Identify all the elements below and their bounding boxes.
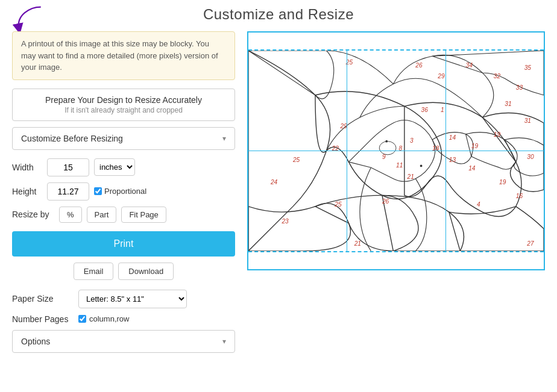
svg-text:27: 27: [526, 240, 534, 247]
left-panel: A printout of this image at this size ma…: [12, 31, 235, 353]
customize-dropdown[interactable]: Customize Before Resizing ▾: [12, 127, 235, 150]
svg-text:9: 9: [382, 154, 386, 160]
height-label: Height: [12, 187, 42, 196]
svg-text:19: 19: [499, 179, 506, 185]
svg-text:29: 29: [437, 73, 445, 79]
email-button[interactable]: Email: [74, 263, 114, 280]
svg-text:24: 24: [270, 179, 278, 185]
svg-text:21: 21: [354, 240, 361, 247]
main-image-area: 32 33 35 31 34 29 26 25 19 19 30 14 18 1…: [248, 51, 544, 251]
dashed-bottom-zone: [248, 251, 544, 269]
svg-text:35: 35: [524, 64, 532, 71]
svg-text:14: 14: [449, 134, 456, 141]
svg-point-38: [420, 165, 423, 167]
customize-dropdown-label: Customize Before Resizing: [21, 134, 123, 143]
svg-text:26: 26: [382, 198, 389, 205]
options-dropdown[interactable]: Options ▾: [12, 330, 235, 353]
proportional-label: Proportional: [94, 187, 146, 196]
svg-text:1: 1: [441, 107, 444, 113]
action-row: Email Download: [12, 263, 235, 280]
paper-size-label: Paper Size: [12, 294, 72, 303]
height-row: Height Proportional: [12, 182, 235, 201]
svg-text:32: 32: [494, 73, 501, 79]
width-input[interactable]: [47, 158, 89, 176]
svg-text:36: 36: [421, 107, 429, 113]
warning-text: A printout of this image at this size ma…: [21, 39, 218, 72]
resize-percent-button[interactable]: %: [59, 207, 82, 223]
number-pages-check: column,row: [78, 314, 129, 323]
page-title: Customize and Resize: [12, 6, 545, 23]
svg-text:19: 19: [471, 143, 479, 149]
svg-point-37: [385, 140, 388, 143]
main-layout: A printout of this image at this size ma…: [12, 31, 545, 353]
svg-text:13: 13: [449, 157, 456, 163]
svg-text:16: 16: [516, 193, 523, 199]
proportional-text: Proportional: [104, 187, 146, 196]
svg-text:30: 30: [527, 154, 534, 160]
svg-text:3: 3: [410, 137, 414, 144]
prepare-button[interactable]: Prepare Your Design to Resize Accurately…: [12, 89, 235, 121]
page-container: Customize and Resize: [0, 0, 557, 392]
svg-text:34: 34: [466, 62, 473, 69]
number-pages-label: Number Pages: [12, 314, 72, 324]
svg-text:21: 21: [406, 173, 414, 180]
options-chevron-icon: ▾: [222, 337, 226, 346]
resize-by-row: Resize by % Part Fit Page: [12, 207, 235, 223]
prepare-button-main: Prepare Your Design to Resize Accurately: [21, 95, 226, 105]
customize-chevron-icon: ▾: [222, 134, 226, 143]
warning-section: A printout of this image at this size ma…: [12, 31, 235, 80]
svg-text:4: 4: [477, 201, 480, 208]
prepare-button-sub: If it isn't already straight and cropped: [21, 106, 226, 114]
paper-size-row: Paper Size Letter: 8.5" x 11" A4 Legal: [12, 290, 235, 308]
svg-text:31: 31: [505, 101, 511, 107]
preview-outer: 32 33 35 31 34 29 26 25 19 19 30 14 18 1…: [247, 31, 545, 270]
resize-part-button[interactable]: Part: [87, 207, 117, 223]
width-label: Width: [12, 163, 42, 172]
dashed-top-zone: [248, 33, 544, 51]
svg-text:33: 33: [516, 84, 523, 91]
svg-text:19: 19: [494, 131, 501, 138]
width-row: Width inches cm mm px: [12, 158, 235, 176]
resize-by-label: Resize by: [12, 210, 54, 219]
svg-text:11: 11: [396, 162, 403, 169]
svg-text:25: 25: [292, 157, 300, 163]
options-dropdown-label: Options: [21, 337, 50, 346]
svg-text:31: 31: [524, 117, 531, 124]
right-panel: 32 33 35 31 34 29 26 25 19 19 30 14 18 1…: [247, 31, 545, 270]
svg-text:23: 23: [281, 218, 289, 225]
proportional-checkbox[interactable]: [94, 187, 102, 195]
svg-text:14: 14: [468, 165, 476, 172]
svg-text:29: 29: [340, 123, 348, 129]
svg-text:25: 25: [334, 201, 342, 208]
print-button[interactable]: Print: [12, 231, 235, 257]
paper-size-select[interactable]: Letter: 8.5" x 11" A4 Legal: [78, 290, 187, 308]
svg-text:26: 26: [415, 62, 423, 69]
download-button[interactable]: Download: [118, 263, 174, 280]
height-input[interactable]: [47, 182, 89, 201]
h-line-1: [248, 151, 544, 151]
number-pages-row: Number Pages column,row: [12, 314, 235, 324]
warning-box: A printout of this image at this size ma…: [12, 31, 235, 80]
resize-fitpage-button[interactable]: Fit Page: [121, 207, 166, 223]
unit-select[interactable]: inches cm mm px: [94, 158, 135, 176]
number-pages-checkbox[interactable]: [78, 315, 86, 323]
number-pages-checkbox-label: column,row: [89, 314, 129, 323]
